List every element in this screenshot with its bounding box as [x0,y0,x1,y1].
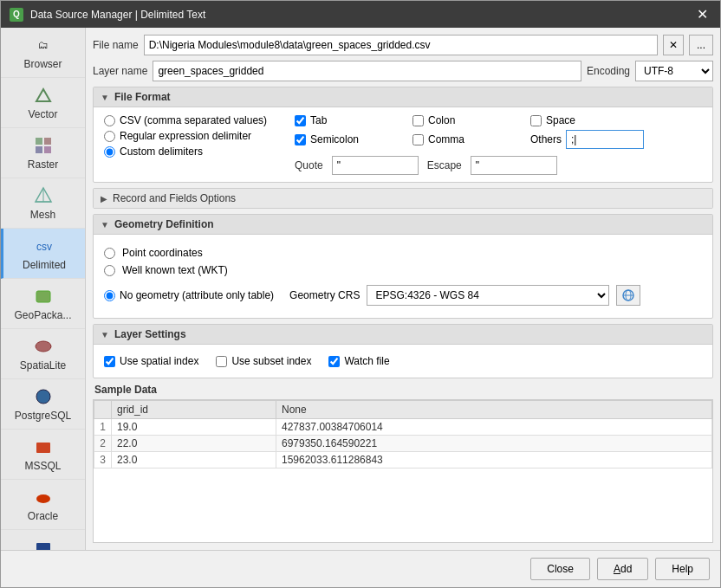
help-button[interactable]: Help [655,558,710,580]
delimiters-row1: Tab Colon Space [295,114,702,126]
nogeom-radio[interactable] [104,290,115,301]
svg-rect-1 [36,138,42,145]
file-format-body: CSV (comma separated values) Regular exp… [94,107,712,182]
geometry-header[interactable]: ▼ Geometry Definition [94,215,712,235]
csv-radio[interactable] [104,115,115,126]
tab-delimiter[interactable]: Tab [295,114,399,126]
colon-checkbox[interactable] [412,115,424,126]
mesh-icon [33,185,54,206]
regex-option[interactable]: Regular expression delimiter [104,130,286,142]
sidebar-item-browser[interactable]: 🗂 Browser [1,28,85,78]
record-fields-section: ▶ Record and Fields Options [93,188,713,209]
expand-record-icon: ▶ [101,194,107,204]
row3-none: 15962033.611286843 [276,452,712,468]
sidebar-item-vector[interactable]: Vector [1,78,85,128]
browse-file-button[interactable]: ... [689,35,713,55]
clear-file-button[interactable]: ✕ [663,35,684,55]
wkt-radio[interactable] [104,265,115,276]
sidebar-item-mesh[interactable]: Mesh [1,178,85,229]
custom-radio[interactable] [104,146,115,158]
quote-input[interactable] [332,156,419,175]
col-rownum [94,401,112,419]
semicolon-delimiter[interactable]: Semicolon [295,130,399,149]
quote-label: Quote [295,159,323,171]
custom-option[interactable]: Custom delimiters [104,145,286,158]
ff-grid: CSV (comma separated values) Regular exp… [104,114,702,175]
delimiters-row2: Semicolon Comma Others [295,130,702,149]
spatial-index-option[interactable]: Use spatial index [104,355,198,367]
space-label: Space [546,114,575,126]
sidebar-item-db2[interactable]: DB2 [1,530,85,550]
nogeom-label: No geometry (attribute only table) [120,289,274,301]
file-format-header[interactable]: ▼ File Format [94,87,712,107]
comma-label: Comma [428,133,464,145]
svg-rect-14 [36,543,50,550]
file-format-label: File Format [114,91,171,103]
sample-table-header-row: grid_id None [94,401,712,419]
sidebar-label-delimited: Delimited [23,259,66,271]
colon-delimiter[interactable]: Colon [412,114,516,126]
svg-point-10 [36,341,51,352]
escape-input[interactable] [471,156,557,175]
svg-rect-3 [36,146,42,153]
row1-none: 427837.00384706014 [276,419,712,436]
sidebar-item-spatialite[interactable]: SpatiaLite [1,329,85,379]
record-fields-label: Record and Fields Options [113,192,236,204]
encoding-select[interactable]: UTF-8 [635,61,713,81]
crs-select[interactable]: EPSG:4326 - WGS 84 [367,285,609,306]
subset-index-checkbox[interactable] [216,356,227,367]
sidebar: 🗂 Browser Vector Raster Mesh [1,28,86,550]
comma-delimiter[interactable]: Comma [412,130,516,149]
regex-radio[interactable] [104,131,115,142]
csv-option[interactable]: CSV (comma separated values) [104,114,286,126]
others-label: Others [530,133,562,145]
layer-name-row: Layer name Encoding UTF-8 [93,61,713,81]
sidebar-item-oracle[interactable]: Oracle [1,480,85,530]
sidebar-label-raster: Raster [28,158,58,171]
wkt-option[interactable]: Well known text (WKT) [104,264,702,276]
crs-button[interactable] [616,285,640,306]
comma-checkbox[interactable] [412,134,424,145]
delimited-icon: csv [34,236,55,256]
point-radio[interactable] [104,248,115,259]
tab-checkbox[interactable] [295,115,306,126]
sidebar-label-vector: Vector [28,108,57,120]
sidebar-item-geopackage[interactable]: GeoPacka... [1,279,85,329]
space-delimiter[interactable]: Space [530,114,634,126]
raster-icon [33,135,54,156]
mssql-icon [33,436,54,457]
nogeom-option[interactable]: No geometry (attribute only table) [104,289,274,301]
svg-marker-0 [36,89,50,101]
file-name-input[interactable] [144,35,658,55]
layer-settings-header[interactable]: ▼ Layer Settings [94,325,712,345]
vector-icon [33,85,54,106]
main-layout: 🗂 Browser Vector Raster Mesh [1,28,720,550]
space-checkbox[interactable] [530,115,542,126]
watch-file-checkbox[interactable] [328,356,340,367]
point-coords-option[interactable]: Point coordinates [104,247,702,259]
row2-num: 2 [94,436,112,452]
wkt-label: Well known text (WKT) [122,264,228,276]
postgresql-icon [33,386,54,407]
layer-name-input[interactable] [153,61,581,81]
sidebar-item-raster[interactable]: Raster [1,128,85,178]
add-button[interactable]: Add [597,558,648,580]
db2-icon [33,537,54,550]
app-icon: Q [10,8,23,22]
sidebar-item-postgresql[interactable]: PostgreSQL [1,379,85,430]
sidebar-item-mssql[interactable]: MSSQL [1,430,85,480]
spatial-index-checkbox[interactable] [104,356,115,367]
subset-index-option[interactable]: Use subset index [216,355,311,367]
file-name-label: File name [93,39,139,51]
ff-right: Tab Colon Space [295,114,702,175]
watch-file-option[interactable]: Watch file [328,355,389,367]
geometry-body: Point coordinates Well known text (WKT) … [94,235,712,318]
record-fields-header[interactable]: ▶ Record and Fields Options [94,189,712,208]
close-icon[interactable]: ✕ [693,6,711,23]
layer-settings-body: Use spatial index Use subset index Watch… [94,345,712,378]
sidebar-item-delimited[interactable]: csv Delimited [1,229,85,279]
close-button[interactable]: Close [530,558,590,580]
regex-label: Regular expression delimiter [120,130,251,142]
others-input[interactable] [566,130,644,149]
semicolon-checkbox[interactable] [295,134,306,145]
